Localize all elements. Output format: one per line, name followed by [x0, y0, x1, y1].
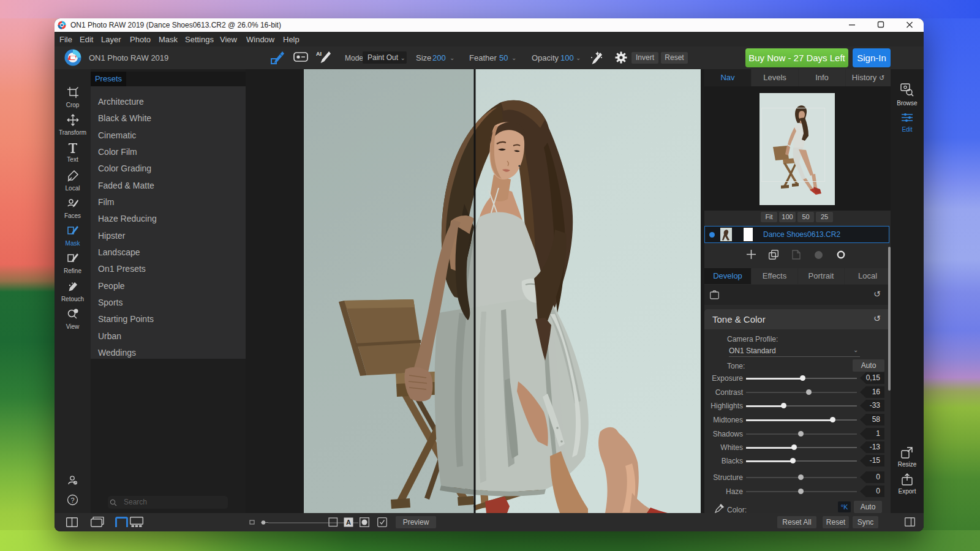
- svg-text:?: ?: [70, 497, 74, 504]
- svg-text:AI: AI: [316, 51, 322, 57]
- svg-text:A: A: [346, 519, 351, 526]
